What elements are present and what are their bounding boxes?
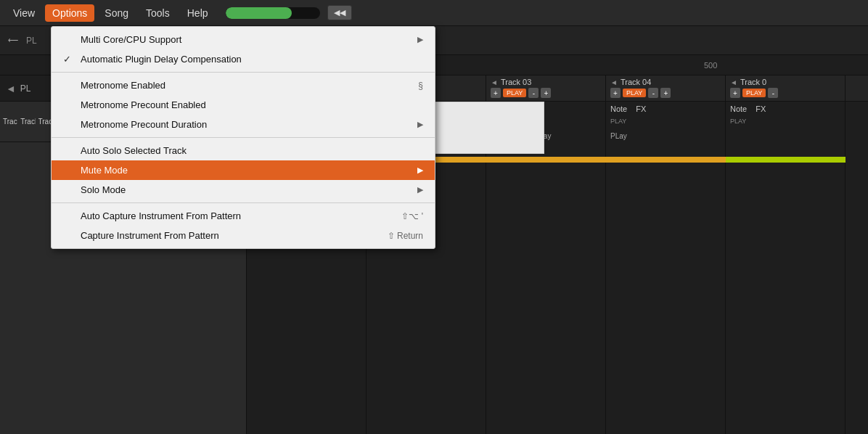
track-play-03[interactable]: PLAY	[503, 89, 526, 97]
track-content-04: Note FX PLAY PLay	[606, 102, 726, 434]
track-colorbar-04	[606, 157, 726, 163]
track-minus-05[interactable]: -	[768, 88, 778, 98]
menu-tools[interactable]: Tools	[139, 4, 177, 22]
menu-help[interactable]: Help	[180, 4, 216, 22]
track-col-05: ◄ Track 0 + PLAY -	[726, 75, 846, 101]
menu-item-auto-plugin[interactable]: ✓ Automatic Plugin Delay Compensation	[52, 49, 435, 69]
track-name-04: Track 04	[621, 78, 651, 86]
track-col-title-03: ◄ Track 03	[491, 78, 601, 86]
menu-item-metronome[interactable]: Metronome Enabled §	[52, 75, 435, 95]
ruler-mark-1: 500	[704, 61, 717, 70]
submenu-arrow-mute: ▶	[417, 165, 423, 175]
left-panel-btn[interactable]: ⟵	[6, 36, 20, 44]
submenu-arrow-precount: ▶	[417, 120, 423, 129]
pl-label: PL	[20, 83, 31, 94]
track-name-03: Track 03	[501, 78, 531, 86]
track-content-05: Note FX PLAY	[726, 102, 846, 434]
submenu-arrow-solo: ▶	[417, 185, 423, 195]
note-play-05[interactable]: PLAY	[730, 118, 840, 125]
check-auto-plugin: ✓	[63, 54, 75, 65]
shortcut-auto-capture: ⇧⌥ '	[401, 211, 423, 221]
track-plus-04[interactable]: +	[610, 88, 621, 98]
track-plus2-04[interactable]: +	[660, 88, 671, 98]
menu-item-multi-core[interactable]: Multi Core/CPU Support ▶	[52, 30, 435, 49]
track-name-05: Track 0	[740, 78, 766, 86]
note-play-04[interactable]: PLAY	[610, 118, 721, 125]
track-plus-05[interactable]: +	[730, 88, 740, 98]
divider-1	[52, 72, 435, 73]
options-dropdown: Multi Core/CPU Support ▶ ✓ Automatic Plu…	[51, 26, 435, 249]
progress-bar[interactable]	[226, 7, 320, 19]
item-label-metronome: Metronome Enabled	[81, 80, 412, 91]
divider-2	[52, 137, 435, 138]
track-name-2: Track..	[20, 118, 35, 126]
track-plus-03[interactable]: +	[491, 88, 501, 98]
back-arrow[interactable]: ◄	[6, 83, 16, 94]
track-arrow-03[interactable]: ◄	[491, 78, 498, 86]
track-minus-03[interactable]: -	[528, 88, 539, 98]
track-minus-04[interactable]: -	[648, 88, 658, 98]
menu-song[interactable]: Song	[97, 4, 136, 22]
item-label-multi-core: Multi Core/CPU Support	[81, 34, 412, 45]
fx-label-04: FX	[636, 105, 646, 113]
track-colorbar-03	[486, 157, 606, 163]
progress-fill	[226, 7, 292, 19]
menu-item-auto-capture[interactable]: Auto Capture Instrument From Pattern ⇧⌥ …	[52, 206, 435, 226]
track-arrow-05[interactable]: ◄	[730, 78, 737, 86]
menu-item-capture[interactable]: Capture Instrument From Pattern ⇧ Return	[52, 226, 435, 245]
shortcut-capture: ⇧ Return	[388, 231, 423, 241]
shortcut-metronome: §	[418, 81, 423, 91]
track-play-text-04: PLay	[610, 132, 721, 140]
item-label-capture: Capture Instrument From Pattern	[81, 230, 382, 241]
track-controls-04: + PLAY - +	[610, 88, 721, 98]
note-label-05: Note	[730, 105, 747, 113]
menu-item-auto-solo[interactable]: Auto Solo Selected Track	[52, 141, 435, 160]
track-name-1: Track..	[3, 118, 17, 126]
track-play-04[interactable]: PLAY	[623, 89, 646, 97]
item-label-auto-plugin: Automatic Plugin Delay Compensation	[81, 54, 423, 65]
menu-item-precount[interactable]: Metronome Precount Enabled	[52, 95, 435, 115]
submenu-arrow-multi-core: ▶	[417, 35, 423, 44]
menu-item-precount-duration[interactable]: Metronome Precount Duration ▶	[52, 115, 435, 134]
item-label-auto-solo: Auto Solo Selected Track	[81, 145, 423, 156]
menu-view[interactable]: View	[6, 4, 42, 22]
menu-bar: View Options Song Tools Help ◀◀	[0, 0, 868, 26]
note-fx-row-04: Note FX	[610, 105, 721, 113]
transport-back-btn[interactable]: ◀◀	[327, 5, 352, 20]
track-colorbar-05	[726, 157, 846, 163]
item-label-solo-mode: Solo Mode	[81, 184, 412, 195]
menu-item-solo-mode[interactable]: Solo Mode ▶	[52, 180, 435, 200]
item-label-mute-mode: Mute Mode	[81, 165, 412, 176]
track-play-05[interactable]: PLAY	[742, 89, 766, 97]
menu-item-mute-mode[interactable]: Mute Mode ▶	[52, 160, 435, 180]
track-controls-03: + PLAY - +	[491, 88, 601, 98]
track-col-03: ◄ Track 03 + PLAY - +	[486, 75, 606, 101]
track-arrow-04[interactable]: ◄	[610, 78, 618, 86]
note-fx-row-05: Note FX	[730, 105, 840, 113]
item-label-precount: Metronome Precount Enabled	[81, 99, 423, 110]
item-label-precount-duration: Metronome Precount Duration	[81, 119, 412, 130]
track-plus2-03[interactable]: +	[541, 88, 551, 98]
pl-text: PL	[26, 36, 37, 46]
track-col-04: ◄ Track 04 + PLAY - +	[606, 75, 726, 101]
fx-label-05: FX	[756, 105, 766, 113]
divider-3	[52, 202, 435, 203]
note-label-04: Note	[610, 105, 627, 113]
menu-options[interactable]: Options	[45, 4, 94, 22]
item-label-auto-capture: Auto Capture Instrument From Pattern	[81, 210, 396, 221]
track-controls-05: + PLAY -	[730, 88, 840, 98]
track-col-title-05: ◄ Track 0	[730, 78, 840, 86]
track-col-title-04: ◄ Track 04	[610, 78, 721, 86]
